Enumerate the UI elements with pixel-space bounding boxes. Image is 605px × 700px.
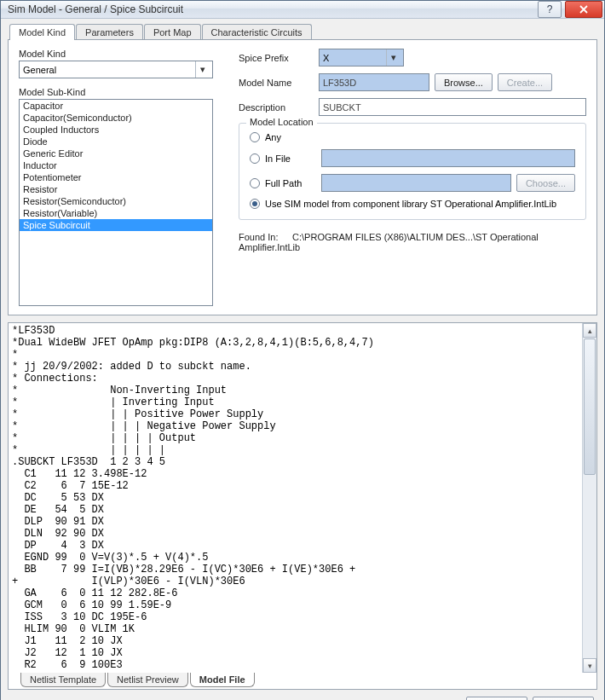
model-name-label: Model Name: [239, 78, 319, 88]
model-location-legend: Model Location: [246, 117, 317, 127]
scroll-thumb[interactable]: [584, 338, 596, 475]
content-area: Model Kind Parameters Port Map Character…: [1, 19, 604, 700]
list-item[interactable]: Potentiometer: [20, 171, 212, 183]
model-file-text[interactable]: *LF353D *Dual WideBW JFET OpAmp pkg:DIP8…: [9, 323, 582, 673]
full-path-field[interactable]: [321, 174, 511, 192]
list-item[interactable]: Resistor(Variable): [20, 207, 212, 219]
tab-parameters[interactable]: Parameters: [76, 24, 143, 40]
list-item[interactable]: Coupled Inductors: [20, 124, 212, 136]
model-kind-combo[interactable]: General ▾: [19, 61, 213, 78]
code-panel: *LF353D *Dual WideBW JFET OpAmp pkg:DIP8…: [8, 322, 597, 690]
radio-full-path[interactable]: [250, 178, 260, 188]
list-item[interactable]: Resistor(Semiconductor): [20, 195, 212, 207]
spice-prefix-label: Spice Prefix: [239, 53, 319, 63]
top-tabs: Model Kind Parameters Port Map Character…: [8, 24, 597, 40]
bottom-tabs: Netlist Template Netlist Preview Model F…: [9, 673, 596, 689]
description-label: Description: [239, 102, 319, 113]
tab-netlist-preview[interactable]: Netlist Preview: [107, 673, 188, 687]
scroll-up-icon[interactable]: ▴: [583, 323, 596, 338]
radio-any-label: Any: [265, 132, 321, 142]
help-button[interactable]: ?: [538, 1, 562, 18]
list-item[interactable]: Inductor: [20, 159, 212, 171]
radio-use-lib[interactable]: [250, 199, 260, 209]
model-name-field[interactable]: LF353D: [319, 73, 429, 91]
dialog-window: Sim Model - General / Spice Subcircuit ?…: [0, 0, 605, 700]
found-in-label: Found In:: [239, 232, 290, 242]
found-in: Found In: C:\PROGRAM FILES (X86)\ALTIUM …: [239, 232, 586, 252]
window-title: Sim Model - General / Spice Subcircuit: [8, 3, 536, 15]
footer: OK Cancel: [8, 690, 597, 700]
tab-port-map[interactable]: Port Map: [144, 24, 201, 40]
spice-prefix-combo[interactable]: X ▾: [319, 49, 404, 67]
radio-any[interactable]: [250, 132, 260, 142]
list-item[interactable]: Resistor: [20, 183, 212, 195]
tab-characteristic-circuits[interactable]: Characteristic Circuits: [202, 24, 312, 40]
browse-button[interactable]: Browse...: [435, 73, 493, 91]
tab-netlist-template[interactable]: Netlist Template: [20, 673, 106, 687]
in-file-field[interactable]: [321, 149, 575, 167]
close-button[interactable]: [565, 1, 602, 18]
chevron-down-icon: ▾: [195, 61, 209, 78]
model-kind-label: Model Kind: [19, 49, 223, 59]
titlebar: Sim Model - General / Spice Subcircuit ?: [1, 1, 604, 19]
radio-in-file[interactable]: [250, 153, 260, 164]
list-item[interactable]: Capacitor: [20, 100, 212, 112]
list-item[interactable]: Generic Editor: [20, 148, 212, 159]
close-icon: [579, 5, 588, 14]
vertical-scrollbar[interactable]: ▴ ▾: [582, 323, 596, 673]
spice-prefix-value: X: [323, 53, 329, 63]
model-location-group: Model Location Any In File Full Path: [239, 123, 586, 220]
model-sub-kind-list[interactable]: Capacitor Capacitor(Semiconductor) Coupl…: [19, 99, 213, 306]
radio-full-path-label: Full Path: [265, 178, 321, 188]
list-item[interactable]: Diode: [20, 136, 212, 148]
tab-model-file[interactable]: Model File: [190, 673, 255, 687]
radio-in-file-label: In File: [265, 153, 321, 164]
model-sub-kind-label: Model Sub-Kind: [19, 87, 223, 97]
radio-use-lib-label: Use SIM model from component library ST …: [265, 199, 556, 209]
choose-button: Choose...: [516, 174, 575, 192]
left-column: Model Kind General ▾ Model Sub-Kind Capa…: [19, 49, 223, 306]
list-item[interactable]: Capacitor(Semiconductor): [20, 112, 212, 124]
model-kind-value: General: [23, 65, 56, 75]
create-button: Create...: [498, 73, 552, 91]
chevron-down-icon: ▾: [386, 49, 400, 66]
model-kind-panel: Model Kind General ▾ Model Sub-Kind Capa…: [8, 39, 597, 315]
scroll-down-icon[interactable]: ▾: [583, 658, 596, 673]
ok-button[interactable]: OK: [466, 697, 527, 700]
right-column: Spice Prefix X ▾ Model Name LF353D Brows…: [239, 49, 586, 306]
list-item[interactable]: Spice Subcircuit: [20, 219, 212, 231]
cancel-button[interactable]: Cancel: [533, 697, 594, 700]
tab-model-kind[interactable]: Model Kind: [9, 24, 75, 40]
description-field[interactable]: SUBCKT: [319, 98, 586, 116]
